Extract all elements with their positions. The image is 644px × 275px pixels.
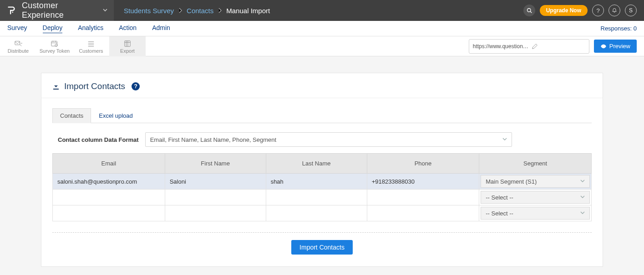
question-icon: ? xyxy=(596,7,599,14)
import-contacts-card: Import Contacts ? Contacts Excel upload … xyxy=(41,73,603,267)
cell-first[interactable] xyxy=(165,205,266,221)
tab-analytics[interactable]: Analytics xyxy=(78,24,103,33)
segment-select[interactable]: Main Segment (S1) xyxy=(481,175,590,188)
tab-action[interactable]: Action xyxy=(119,24,137,33)
divider xyxy=(52,232,592,233)
breadcrumb-item-1[interactable]: Contacts xyxy=(187,7,213,15)
tab-survey[interactable]: Survey xyxy=(7,24,27,33)
export-icon xyxy=(123,40,132,47)
distribute-icon xyxy=(14,40,22,47)
segment-value: -- Select -- xyxy=(486,210,513,217)
cell-phone[interactable] xyxy=(367,205,479,221)
top-bar: Customer Experience Students Survey Cont… xyxy=(0,0,644,21)
calendar-icon xyxy=(51,40,59,47)
format-select[interactable]: Email, First Name, Last Name, Phone, Seg… xyxy=(145,132,512,147)
table-row: saloni.shah@questionpro.com Saloni shah … xyxy=(53,174,592,190)
download-icon xyxy=(52,83,60,90)
svg-point-6 xyxy=(603,45,604,47)
cell-email[interactable]: saloni.shah@questionpro.com xyxy=(53,174,165,190)
svg-rect-3 xyxy=(51,41,57,46)
product-name: Customer Experience xyxy=(22,1,97,20)
search-button[interactable] xyxy=(523,5,535,16)
tool-label: Survey Token xyxy=(40,48,70,54)
preview-button[interactable]: Preview xyxy=(594,40,637,53)
cell-email[interactable] xyxy=(53,205,165,221)
eye-icon xyxy=(600,44,607,49)
segment-select[interactable]: -- Select -- xyxy=(481,207,590,220)
format-label: Contact column Data Format xyxy=(58,136,139,143)
col-firstname: First Name xyxy=(165,154,266,174)
tab-admin[interactable]: Admin xyxy=(152,24,170,33)
breadcrumb: Students Survey Contacts Manual Import xyxy=(114,0,280,21)
cell-phone[interactable]: +918233888030 xyxy=(367,174,479,190)
tab-contacts[interactable]: Contacts xyxy=(52,108,91,123)
col-phone: Phone xyxy=(367,154,479,174)
tool-label: Customers xyxy=(79,48,103,54)
table-row: -- Select -- xyxy=(53,205,592,221)
main-nav: Survey Deploy Analytics Action Admin Res… xyxy=(0,21,644,36)
help-badge[interactable]: ? xyxy=(132,82,140,90)
breadcrumb-item-0[interactable]: Students Survey xyxy=(124,7,174,15)
cell-first[interactable] xyxy=(165,190,266,205)
page-title: Import Contacts xyxy=(64,81,125,91)
segment-value: Main Segment (S1) xyxy=(486,178,537,185)
tool-export[interactable]: Export xyxy=(109,36,146,56)
upgrade-button[interactable]: Upgrade Now xyxy=(540,5,588,16)
pencil-icon xyxy=(529,43,585,50)
customers-icon xyxy=(87,40,95,47)
cell-segment: Main Segment (S1) xyxy=(479,174,592,190)
cell-last[interactable] xyxy=(266,205,367,221)
notifications-button[interactable] xyxy=(609,5,620,16)
tool-label: Export xyxy=(120,48,135,54)
col-email: Email xyxy=(53,154,165,174)
table-row: -- Select -- xyxy=(53,190,592,205)
col-segment: Segment xyxy=(479,154,592,174)
chevron-down-icon xyxy=(502,138,507,141)
tool-customers[interactable]: Customers xyxy=(73,36,109,56)
import-tabs: Contacts Excel upload xyxy=(52,108,592,123)
tab-excel-upload[interactable]: Excel upload xyxy=(91,108,140,123)
toolbar: Distribute Survey Token Customers Export… xyxy=(0,36,644,56)
import-contacts-button[interactable]: Import Contacts xyxy=(291,240,353,255)
contacts-table: Email First Name Last Name Phone Segment… xyxy=(52,153,592,221)
chevron-down-icon xyxy=(580,211,585,215)
chevron-down-icon xyxy=(580,180,585,183)
tool-distribute[interactable]: Distribute xyxy=(0,36,36,56)
cell-last[interactable] xyxy=(266,190,367,205)
user-initial: S xyxy=(629,7,633,14)
segment-value: -- Select -- xyxy=(486,194,513,201)
caret-down-icon xyxy=(103,9,107,12)
user-menu[interactable]: S xyxy=(625,5,637,16)
tool-label: Distribute xyxy=(8,48,29,54)
cell-email[interactable] xyxy=(53,190,165,205)
format-select-value: Email, First Name, Last Name, Phone, Seg… xyxy=(150,136,276,143)
search-icon xyxy=(527,8,532,13)
cell-last[interactable]: shah xyxy=(266,174,367,190)
share-url-text: https://www.questionpro.com/a/cxLogin.do xyxy=(473,43,529,50)
svg-rect-2 xyxy=(15,41,20,45)
preview-label: Preview xyxy=(609,43,630,50)
segment-select[interactable]: -- Select -- xyxy=(481,191,590,204)
chevron-right-icon xyxy=(218,8,222,13)
question-icon: ? xyxy=(134,83,137,90)
brand-logo-icon xyxy=(6,5,16,15)
cell-first[interactable]: Saloni xyxy=(165,174,266,190)
topbar-right: Upgrade Now ? S xyxy=(523,0,644,21)
responses-count[interactable]: Responses: 0 xyxy=(601,25,637,32)
cell-phone[interactable] xyxy=(367,190,479,205)
bell-icon xyxy=(612,8,617,13)
svg-point-1 xyxy=(527,9,531,12)
tab-deploy[interactable]: Deploy xyxy=(43,24,63,33)
product-switcher[interactable]: Customer Experience xyxy=(0,0,114,21)
col-lastname: Last Name xyxy=(266,154,367,174)
share-url[interactable]: https://www.questionpro.com/a/cxLogin.do xyxy=(469,39,589,54)
breadcrumb-current: Manual Import xyxy=(226,7,270,15)
chevron-right-icon xyxy=(178,8,182,13)
svg-point-0 xyxy=(12,11,13,13)
tool-survey-token[interactable]: Survey Token xyxy=(36,36,73,56)
svg-rect-5 xyxy=(125,40,130,46)
help-button[interactable]: ? xyxy=(592,5,604,16)
chevron-down-icon xyxy=(580,195,585,199)
